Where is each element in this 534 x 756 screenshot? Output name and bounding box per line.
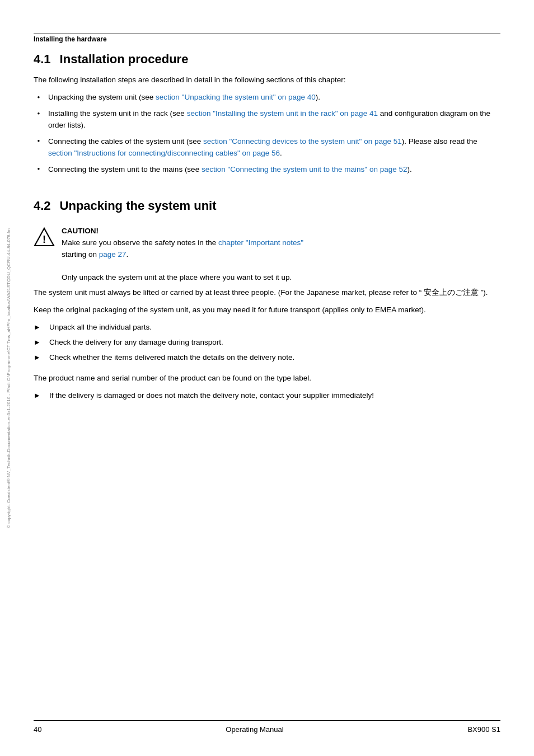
link-important-notes[interactable]: chapter "Important notes" xyxy=(218,238,303,247)
section42-title: Unpacking the system unit xyxy=(60,199,217,213)
link-connect-cables[interactable]: section "Instructions for connecting/dis… xyxy=(48,149,280,157)
section42-heading: 4.2 Unpacking the system unit xyxy=(34,199,500,213)
caution-text-before-1: Make sure you observe the safety notes i… xyxy=(62,238,218,247)
bullet-text-before-3: Connecting the cables of the system unit… xyxy=(48,137,203,145)
japanese-text: 安全上のご注意 xyxy=(424,288,479,297)
sidebar-text: © copyright. Coexistent® NV_Technik-Docu… xyxy=(6,228,11,528)
bullet-text-after-3: . xyxy=(280,149,282,157)
svg-text:!: ! xyxy=(43,234,46,245)
bullet-text-before-2: Installing the system unit in the rack (… xyxy=(48,109,187,118)
body-text-1: The system unit must always be lifted or… xyxy=(34,287,500,299)
caution-indent-text: Only unpack the system unit at the place… xyxy=(34,272,500,284)
link-unpack[interactable]: section "Unpacking the system unit" on p… xyxy=(156,93,316,101)
link-connect-devices[interactable]: section "Connecting devices to the syste… xyxy=(203,137,402,145)
bullet-icon xyxy=(34,92,44,102)
link-connect-mains[interactable]: section "Connecting the system unit to t… xyxy=(202,165,407,173)
bullet-text-2: Installing the system unit in the rack (… xyxy=(48,108,500,132)
page: © copyright. Coexistent® NV_Technik-Docu… xyxy=(0,0,534,756)
bullet-text-mid-3: ). Please also read the xyxy=(402,137,477,145)
arrow-list-2: ► If the delivery is damaged or does not… xyxy=(34,390,500,405)
section-label: Installing the hardware xyxy=(34,35,500,43)
caution-period: . xyxy=(127,250,129,259)
bullet-text-3: Connecting the cables of the system unit… xyxy=(48,136,500,159)
footer-page-num: 40 xyxy=(34,725,41,734)
section41-num: 4.1 xyxy=(34,52,51,67)
list-item: ► Unpack all the individual parts. xyxy=(34,322,500,334)
caution-starting-on: starting on xyxy=(62,250,99,259)
caution-text-2: starting on page 27. xyxy=(62,249,500,261)
footer-center: Operating Manual xyxy=(41,725,467,734)
caution-content: CAUTION! Make sure you observe the safet… xyxy=(62,227,500,261)
body-text-2: Keep the original packaging of the syste… xyxy=(34,304,500,316)
link-install[interactable]: section "Installing the system unit in t… xyxy=(187,109,378,118)
caution-box: ! CAUTION! Make sure you observe the saf… xyxy=(34,227,500,261)
section41-title: Installation procedure xyxy=(60,52,189,67)
arrow-list: ► Unpack all the individual parts. ► Che… xyxy=(34,322,500,367)
list-item: Unpacking the system unit (see section "… xyxy=(34,92,500,104)
footer-right: BX900 S1 xyxy=(467,725,500,734)
link-page27[interactable]: page 27 xyxy=(99,250,127,259)
list-item: Connecting the system unit to the mains … xyxy=(34,164,500,176)
caution-text-1: Make sure you observe the safety notes i… xyxy=(62,237,500,249)
bullet-icon xyxy=(34,137,44,147)
bullet-text-before-1: Unpacking the system unit (see xyxy=(48,93,156,101)
body-text-3: The product name and serial number of th… xyxy=(34,373,500,384)
arrow-text-3: Check whether the items delivered match … xyxy=(49,352,294,364)
list-item: ► Check the delivery for any damage duri… xyxy=(34,337,500,349)
caution-icon: ! xyxy=(34,227,55,248)
list-item: Connecting the cables of the system unit… xyxy=(34,136,500,159)
arrow-text-4: If the delivery is damaged or does not m… xyxy=(49,390,374,402)
arrow-marker-1: ► xyxy=(34,322,46,333)
section41-bullet-list: Unpacking the system unit (see section "… xyxy=(34,92,500,180)
list-item: Installing the system unit in the rack (… xyxy=(34,108,500,132)
bullet-text-4: Connecting the system unit to the mains … xyxy=(48,164,412,176)
bullet-text-before-4: Connecting the system unit to the mains … xyxy=(48,165,202,173)
arrow-marker-2: ► xyxy=(34,337,46,348)
bullet-icon xyxy=(34,165,44,175)
section-header-line xyxy=(34,34,500,34)
bullet-text-after-4: ). xyxy=(407,165,411,173)
section41-heading: 4.1 Installation procedure xyxy=(34,52,500,67)
footer: 40 Operating Manual BX900 S1 xyxy=(34,720,500,734)
list-item: ► If the delivery is damaged or does not… xyxy=(34,390,500,402)
main-content: Installing the hardware 4.1 Installation… xyxy=(17,0,534,756)
bullet-text-after-1: ). xyxy=(316,93,320,101)
section42-num: 4.2 xyxy=(34,199,51,213)
arrow-marker-3: ► xyxy=(34,352,46,363)
sidebar-strip: © copyright. Coexistent® NV_Technik-Docu… xyxy=(0,0,17,756)
bullet-icon xyxy=(34,109,44,119)
caution-title: CAUTION! xyxy=(62,227,500,235)
section41-intro: The following installation steps are des… xyxy=(34,74,500,86)
arrow-text-1: Unpack all the individual parts. xyxy=(49,322,152,334)
arrow-text-2: Check the delivery for any damage during… xyxy=(49,337,223,349)
bullet-text-1: Unpacking the system unit (see section "… xyxy=(48,92,320,104)
arrow-marker-4: ► xyxy=(34,390,46,401)
list-item: ► Check whether the items delivered matc… xyxy=(34,352,500,364)
